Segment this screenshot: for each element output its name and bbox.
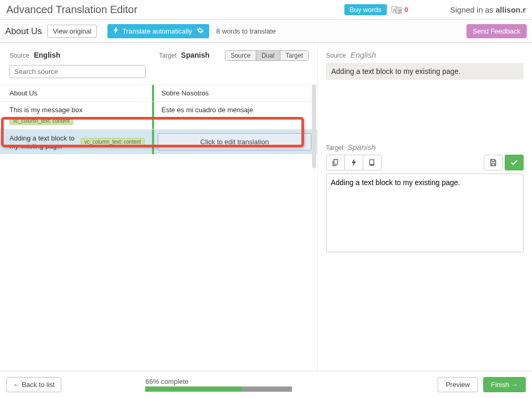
source-text: This is my message box [9,106,82,114]
progress: 66% complete [145,378,292,392]
right-source-label-wrap: Source English [326,50,524,60]
target-cell: Sobre Nosotros [152,85,317,101]
source-cell: About Us [0,85,152,101]
table-row[interactable]: Adding a text block to my existing page.… [0,129,317,154]
right-target-label-wrap: Target Spanish [326,143,524,152]
view-original-button[interactable]: View original [47,25,97,38]
words-to-translate-label: 8 words to translate [216,27,276,35]
source-label-wrap: Source English [9,50,159,61]
translate-automatically-label: Translate automatically [122,27,192,35]
source-language: English [34,51,60,59]
right-source-language: English [350,50,376,59]
progress-label: 66% complete [145,378,292,385]
glossary-button[interactable] [363,155,382,170]
editor-toolbar [326,155,524,170]
source-label: Source [9,52,29,59]
svg-text:A: A [393,7,396,12]
target-label-wrap: Target Spanish Source Dual Target [159,50,309,61]
app-title: Advanced Translation Editor [6,4,137,16]
confirm-button[interactable] [505,155,524,170]
right-source-text: Adding a text block to my existing page. [326,63,524,80]
gear-icon [197,27,204,36]
target-cell: Click to edit translation [152,130,317,154]
buy-words-button[interactable]: Buy words [344,4,387,15]
right-source-label: Source [326,52,346,59]
main-area: Source English Target Spanish Source Dua… [0,43,532,371]
source-cell: Adding a text block to my existing page.… [0,130,152,154]
search-wrap [0,65,317,84]
table-row[interactable]: About Us Sobre Nosotros [0,84,317,101]
target-cell: Este es mi cuadro de mensaje [152,102,317,129]
right-target-label: Target [326,144,343,152]
target-label: Target [159,52,177,59]
bolt-icon [113,27,119,36]
target-language: Spanish [181,51,209,59]
translate-automatically-button[interactable]: Translate automatically [107,24,209,38]
field-tag: vc_column_text: content [9,117,73,125]
translation-editor[interactable] [326,174,524,252]
view-mode-target[interactable]: Target [280,51,308,60]
signed-in-user: allison.r [495,5,526,14]
source-text: Adding a text block to my existing page. [9,134,78,150]
language-labels-row: Source English Target Spanish Source Dua… [0,50,317,65]
pending-translations-count: 0 [405,6,408,14]
scrollbar-thumb[interactable] [312,84,316,168]
view-mode-source[interactable]: Source [225,51,256,60]
search-input[interactable] [9,65,146,78]
progress-bar-fill [145,386,242,392]
save-button[interactable] [484,155,503,170]
scrollbar[interactable] [312,84,317,371]
copy-source-button[interactable] [326,155,345,170]
send-feedback-button[interactable]: Send Feedback [466,24,527,38]
click-to-edit-placeholder[interactable]: Click to edit translation [158,133,311,150]
progress-bar [145,386,292,392]
right-target-language: Spanish [348,143,376,152]
machine-translate-button[interactable] [344,155,363,170]
view-mode-toggle: Source Dual Target [225,50,309,61]
signed-in-prefix: Signed in as [450,5,496,14]
app-header: Advanced Translation Editor Buy words A文… [0,0,532,20]
right-panel: Source English Adding a text block to my… [317,43,532,371]
left-panel: Source English Target Spanish Source Dua… [0,43,317,371]
footer: ← Back to list 66% complete Preview Fini… [0,371,532,398]
toolbar: About Us View original Translate automat… [0,20,532,43]
svg-text:文: 文 [397,8,401,13]
table-row[interactable]: This is my message box vc_column_text: c… [0,101,317,129]
signed-in-label: Signed in as allison.r [450,5,526,14]
translation-rows: About Us Sobre Nosotros This is my messa… [0,84,317,371]
source-text: About Us [9,89,37,97]
view-mode-dual[interactable]: Dual [256,51,280,60]
page-title: About Us [5,26,42,37]
field-tag: vc_column_text: content [81,138,145,146]
finish-button[interactable]: Finish → [483,377,526,392]
back-to-list-button[interactable]: ← Back to list [6,377,61,392]
translate-icon: A文 [391,5,403,15]
preview-button[interactable]: Preview [438,377,477,392]
source-cell: This is my message box vc_column_text: c… [0,102,152,129]
